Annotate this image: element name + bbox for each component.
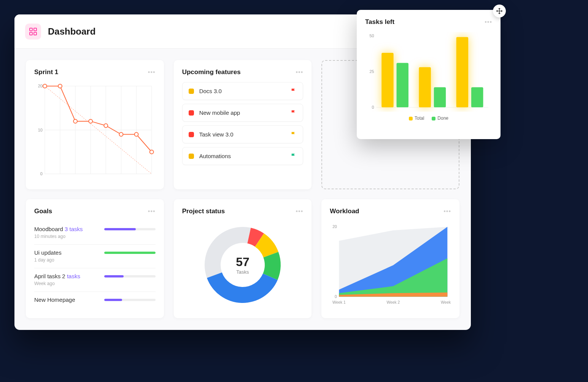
card-title-tasks-left: Tasks left xyxy=(365,18,394,26)
svg-rect-40 xyxy=(434,87,446,108)
feature-item[interactable]: New mobile app xyxy=(182,104,304,122)
feature-list: Docs 3.0 New mobile app Task view 3.0 Au… xyxy=(182,82,304,165)
svg-rect-2 xyxy=(30,32,32,35)
goal-meta: 1 day ago xyxy=(34,257,100,263)
goal-title: April tasks 2 tasks xyxy=(34,273,100,279)
progress-bar xyxy=(104,299,156,301)
tasks-left-chart: 02550 xyxy=(365,32,492,112)
svg-text:10: 10 xyxy=(38,128,43,132)
flag-icon xyxy=(291,132,297,138)
goal-title: Moodboard 3 tasks xyxy=(34,226,100,232)
goal-meta: Week ago xyxy=(34,281,100,286)
feature-name: Task view 3.0 xyxy=(199,131,286,138)
card-title-sprint: Sprint 1 xyxy=(34,68,58,76)
svg-text:0: 0 xyxy=(372,105,374,109)
feature-name: Docs 3.0 xyxy=(199,88,286,94)
feature-name: New mobile app xyxy=(199,109,286,116)
svg-point-23 xyxy=(104,124,108,127)
move-handle-icon[interactable] xyxy=(493,5,506,17)
progress-bar xyxy=(104,228,156,230)
goal-title: Ui updates xyxy=(34,249,100,256)
svg-text:Week 3: Week 3 xyxy=(441,300,451,304)
goal-item[interactable]: New Homepage xyxy=(34,292,156,310)
goal-title: New Homepage xyxy=(34,296,100,303)
card-upcoming-features: Upcoming features ••• Docs 3.0 New mobil… xyxy=(174,60,312,189)
donut-center-value: 57 xyxy=(236,255,250,269)
svg-text:50: 50 xyxy=(370,33,374,38)
feature-item[interactable]: Docs 3.0 xyxy=(182,82,304,100)
status-dot xyxy=(189,110,194,116)
svg-point-21 xyxy=(73,119,77,123)
svg-rect-38 xyxy=(397,63,408,107)
status-dot xyxy=(189,154,194,159)
svg-rect-3 xyxy=(34,32,37,35)
svg-point-19 xyxy=(43,84,47,88)
flag-icon xyxy=(291,110,297,116)
goal-item[interactable]: Moodboard 3 tasks 10 minutes ago xyxy=(34,221,156,245)
svg-text:0: 0 xyxy=(335,295,337,299)
card-menu-icon[interactable]: ••• xyxy=(296,208,304,215)
status-dot xyxy=(189,132,194,137)
card-menu-icon[interactable]: ••• xyxy=(148,69,156,76)
svg-text:20: 20 xyxy=(38,84,43,88)
donut-center-label: Tasks xyxy=(236,269,250,275)
legend-done: Done xyxy=(437,116,448,121)
workload-chart: 020Week 1Week 2Week 3 xyxy=(330,221,451,309)
svg-rect-42 xyxy=(471,87,483,108)
svg-point-25 xyxy=(135,133,138,136)
svg-point-26 xyxy=(150,150,154,154)
feature-item[interactable]: Automations xyxy=(182,147,304,165)
svg-text:Week 2: Week 2 xyxy=(387,300,400,304)
card-menu-icon[interactable]: ••• xyxy=(443,208,451,215)
goal-item[interactable]: Ui updates 1 day ago xyxy=(34,245,156,268)
sprint-chart: 01020 xyxy=(34,82,156,181)
svg-rect-1 xyxy=(34,28,37,31)
svg-rect-37 xyxy=(381,53,393,107)
card-title-goals: Goals xyxy=(34,208,52,215)
svg-text:Week 1: Week 1 xyxy=(332,300,346,304)
card-tasks-left-floating[interactable]: Tasks left ••• 02550 Total Done xyxy=(357,10,501,139)
card-title-workload: Workload xyxy=(330,208,359,215)
dashboard-icon xyxy=(25,24,41,40)
goal-list: Moodboard 3 tasks 10 minutes ago Ui upda… xyxy=(34,221,156,310)
goal-item[interactable]: April tasks 2 tasks Week ago xyxy=(34,268,156,292)
progress-bar xyxy=(104,252,156,254)
card-goals: Goals ••• Moodboard 3 tasks 10 minutes a… xyxy=(26,199,164,318)
card-project-status: Project status ••• 57 Tasks xyxy=(174,199,312,318)
card-sprint: Sprint 1 ••• 01020 xyxy=(26,60,164,189)
svg-text:0: 0 xyxy=(40,172,43,176)
card-menu-icon[interactable]: ••• xyxy=(148,208,156,215)
svg-rect-39 xyxy=(419,67,431,108)
feature-name: Automations xyxy=(199,153,286,159)
legend-total: Total xyxy=(415,116,424,121)
svg-text:25: 25 xyxy=(370,69,374,74)
card-menu-icon[interactable]: ••• xyxy=(485,19,492,25)
svg-text:20: 20 xyxy=(333,225,337,229)
svg-point-24 xyxy=(119,133,123,136)
card-workload: Workload ••• 020Week 1Week 2Week 3 xyxy=(321,199,459,318)
goal-meta: 10 minutes ago xyxy=(34,234,100,239)
svg-rect-0 xyxy=(30,28,32,31)
svg-point-20 xyxy=(58,84,62,88)
feature-item[interactable]: Task view 3.0 xyxy=(182,125,304,143)
card-title-upcoming: Upcoming features xyxy=(182,68,241,76)
card-title-project-status: Project status xyxy=(182,208,225,215)
flag-icon xyxy=(291,88,297,94)
svg-point-22 xyxy=(89,119,92,123)
flag-icon xyxy=(291,153,297,159)
status-dot xyxy=(189,89,194,94)
donut-chart: 57 Tasks xyxy=(182,221,304,309)
page-title: Dashboard xyxy=(48,26,95,37)
progress-bar xyxy=(104,275,156,277)
tasks-left-legend: Total Done xyxy=(365,116,492,121)
card-menu-icon[interactable]: ••• xyxy=(296,69,304,76)
svg-rect-41 xyxy=(456,37,468,107)
